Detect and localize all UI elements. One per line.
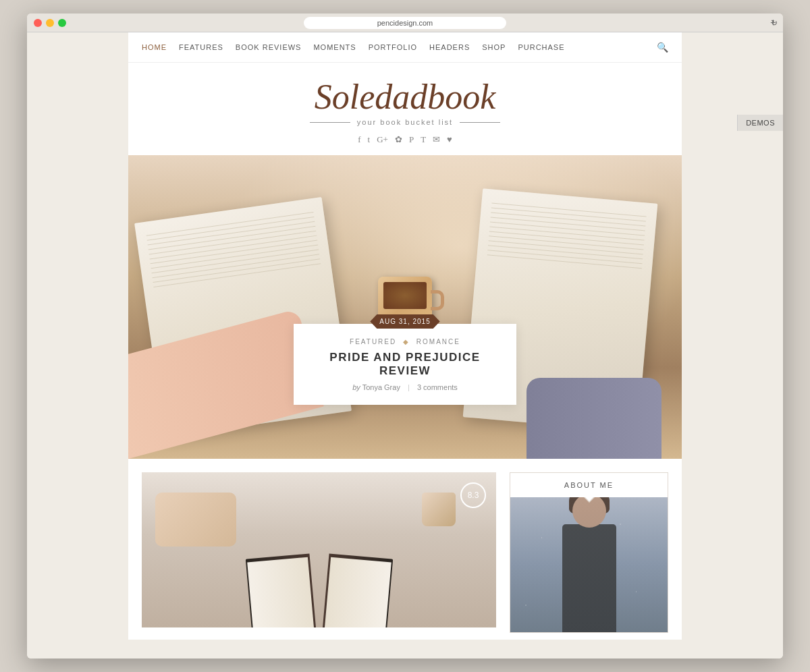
comments-link[interactable]: 3 comments: [417, 383, 458, 391]
tagline-wrapper: your book bucket list: [142, 118, 668, 126]
nav-features[interactable]: FEATURES: [179, 43, 223, 51]
hero-scene: [128, 155, 682, 459]
mac-window: pencidesign.com ↻ + DEMOS HOME FEATURES …: [27, 13, 783, 659]
social-icons: f t G+ ✿ P T ✉ ♥: [142, 134, 668, 145]
nav-home[interactable]: HOME: [142, 43, 167, 51]
url-text: pencidesign.com: [377, 19, 433, 27]
card-categories: FEATURED ◆ ROMANCE: [310, 338, 500, 345]
tagline-line-left: [310, 122, 350, 123]
nav-portfolio[interactable]: PORTFOLIO: [369, 43, 417, 51]
minimize-button[interactable]: [46, 19, 54, 27]
author-link[interactable]: Tonya Gray: [362, 383, 400, 391]
nav-shop[interactable]: SHOP: [482, 43, 506, 51]
close-button[interactable]: [34, 19, 42, 27]
about-image[interactable]: [510, 497, 668, 632]
about-widget: ABOUT ME: [510, 472, 668, 633]
score-badge: 8.3: [460, 482, 486, 508]
googleplus-icon[interactable]: G+: [377, 134, 388, 145]
maximize-button[interactable]: [58, 19, 66, 27]
mac-titlebar: pencidesign.com ↻ +: [27, 13, 783, 32]
diamond-separator: ◆: [403, 338, 410, 345]
nav-headers[interactable]: HEADERS: [429, 43, 470, 51]
thumb-book: [252, 547, 387, 627]
tagline-line-right: [460, 122, 500, 123]
post-meta: by Tonya Gray | 3 comments: [310, 383, 500, 391]
hero-image[interactable]: AUG 31, 2015 FEATURED ◆ ROMANCE PRIDE AN…: [128, 155, 682, 459]
date-badge: AUG 31, 2015: [370, 314, 439, 329]
add-tab-icon[interactable]: +: [770, 17, 776, 29]
thumb-cup: [422, 493, 456, 526]
twitter-icon[interactable]: t: [368, 134, 371, 145]
category-featured[interactable]: FEATURED: [350, 338, 396, 345]
nav-links: HOME FEATURES BOOK REVIEWS MOMENTS PORTF…: [142, 43, 565, 51]
category-romance[interactable]: ROMANCE: [416, 338, 460, 345]
site-tagline: your book bucket list: [357, 118, 453, 126]
email-icon[interactable]: ✉: [433, 134, 440, 145]
sidebar: ABOUT ME: [510, 472, 668, 640]
meta-separator: |: [408, 383, 410, 391]
main-nav: HOME FEATURES BOOK REVIEWS MOMENTS PORTF…: [128, 32, 682, 63]
demos-button[interactable]: DEMOS: [737, 115, 783, 131]
about-title-text: ABOUT ME: [564, 481, 614, 489]
site-content: HOME FEATURES BOOK REVIEWS MOMENTS PORTF…: [128, 32, 682, 640]
post-title[interactable]: PRIDE AND PREJUDICE REVIEW: [310, 351, 500, 378]
site-header: Soledadbook your book bucket list f t G+…: [128, 63, 682, 155]
main-column: 8.3: [142, 472, 496, 640]
author-prefix: by: [352, 383, 360, 391]
book-thumbnail[interactable]: 8.3: [142, 472, 496, 627]
instagram-icon[interactable]: ✿: [395, 134, 402, 145]
site-title: Soledadbook: [142, 80, 668, 115]
arrow-inner: [585, 497, 594, 501]
search-icon[interactable]: 🔍: [657, 42, 668, 53]
mac-window-buttons: [34, 19, 66, 27]
facebook-icon[interactable]: f: [358, 134, 360, 145]
nav-purchase[interactable]: PURCHASE: [518, 43, 564, 51]
arm-right: [526, 378, 662, 459]
nav-book-reviews[interactable]: BOOK REVIEWS: [236, 43, 302, 51]
pinterest-icon[interactable]: P: [409, 134, 414, 145]
featured-card[interactable]: AUG 31, 2015 FEATURED ◆ ROMANCE PRIDE AN…: [294, 324, 516, 405]
thumb-hand: [155, 493, 236, 547]
heart-icon[interactable]: ♥: [447, 134, 452, 145]
nav-moments[interactable]: MOMENTS: [313, 43, 356, 51]
tumblr-icon[interactable]: T: [421, 134, 426, 145]
url-bar[interactable]: pencidesign.com: [304, 17, 506, 29]
bottom-section: 8.3 ABOUT ME: [128, 459, 682, 640]
about-widget-title: ABOUT ME: [510, 473, 668, 497]
